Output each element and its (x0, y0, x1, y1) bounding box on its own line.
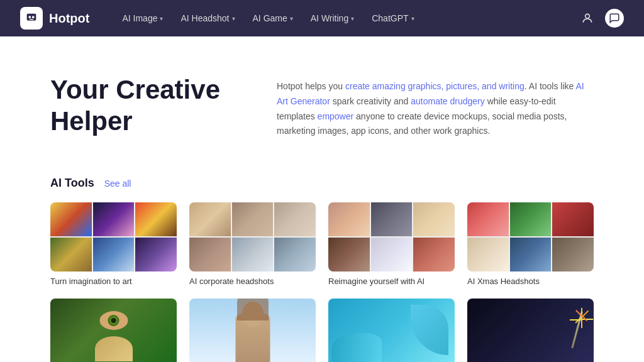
tool-image-grid-headshot (189, 202, 316, 272)
tool-image-grid-xmas (467, 202, 594, 272)
tool-image-cell (467, 202, 509, 236)
navbar: Hotpot AI Image ▾ AI Headshot ▾ AI Game … (0, 0, 644, 36)
hero-left: Your Creative Helper (50, 74, 239, 138)
logo[interactable]: Hotpot (20, 7, 89, 30)
tool-image-cell (552, 202, 594, 236)
tool-image-cell (328, 238, 370, 272)
nav-item-writing-label: AI Writing (311, 13, 348, 23)
tool-image-cell (467, 238, 509, 272)
tool-image-wave (328, 299, 455, 362)
user-icon[interactable] (577, 8, 597, 28)
tool-image-eye (50, 299, 177, 362)
tool-card-art[interactable]: Turn imagination to art (50, 202, 177, 286)
hero-link-empower[interactable]: empower (318, 111, 354, 121)
tool-image-cell (510, 238, 552, 272)
chat-icon[interactable] (605, 9, 624, 28)
hero-link-automate[interactable]: automate drudgery (411, 96, 485, 106)
svg-point-2 (586, 14, 590, 18)
tool-image-cell (510, 202, 552, 236)
tool-card-xmas[interactable]: AI Xmas Headshots (467, 202, 594, 286)
tool-image-cell (552, 238, 594, 272)
hero-title-line1: Your Creative (50, 75, 220, 104)
hero-right: Hotpot helps you create amazing graphics… (277, 74, 594, 139)
tool-image-cell (135, 202, 177, 236)
hero-section: Your Creative Helper Hotpot helps you cr… (0, 36, 644, 177)
tools-grid: Turn imagination to art AI corporate hea… (50, 202, 594, 286)
tool-image-cell (232, 238, 274, 272)
hero-title-line2: Helper (50, 106, 133, 136)
chevron-down-icon: ▾ (411, 15, 414, 22)
tool-card-reimagine[interactable]: Reimagine yourself with AI (328, 202, 455, 286)
tool-image-woman (189, 299, 316, 362)
tool-image-cell (413, 202, 455, 236)
tool-image-cell (189, 202, 231, 236)
tool-image-cell (50, 238, 92, 272)
tool-image-cell (274, 238, 316, 272)
hero-description: Hotpot helps you create amazing graphics… (277, 79, 594, 139)
nav-items: AI Image ▾ AI Headshot ▾ AI Game ▾ AI Wr… (114, 8, 572, 28)
nav-item-game[interactable]: AI Game ▾ (245, 8, 301, 28)
tool-image-cell (189, 238, 231, 272)
nav-item-image-label: AI Image (122, 13, 157, 23)
logo-text: Hotpot (49, 11, 89, 26)
nav-item-chatgpt-label: ChatGPT (372, 13, 408, 23)
nav-item-writing[interactable]: AI Writing ▾ (303, 8, 362, 28)
tool-card-wave[interactable] (328, 299, 455, 362)
tool-card-woman[interactable] (189, 299, 316, 362)
tool-image-cell (274, 202, 316, 236)
tool-label-headshot: AI corporate headshots (189, 277, 316, 286)
chevron-down-icon: ▾ (290, 15, 293, 22)
tool-card-eye[interactable] (50, 299, 177, 362)
nav-item-chatgpt[interactable]: ChatGPT ▾ (364, 8, 421, 28)
chevron-down-icon: ▾ (351, 15, 354, 22)
tool-image-cell (371, 238, 413, 272)
tool-image-grid-reimagine (328, 202, 455, 272)
tool-image-cell (328, 202, 370, 236)
tool-image-cell (135, 238, 177, 272)
chevron-down-icon: ▾ (232, 15, 235, 22)
tool-image-cell (50, 202, 92, 236)
nav-item-game-label: AI Game (253, 13, 287, 23)
svg-point-1 (32, 16, 35, 18)
tool-image-cell (232, 202, 274, 236)
svg-point-0 (28, 16, 31, 18)
tool-image-cell (413, 238, 455, 272)
hero-link-create[interactable]: create amazing graphics, pictures, and w… (345, 81, 525, 91)
tool-card-headshot[interactable]: AI corporate headshots (189, 202, 316, 286)
nav-item-headshot[interactable]: AI Headshot ▾ (173, 8, 242, 28)
nav-item-headshot-label: AI Headshot (180, 13, 229, 23)
tool-card-sparkler[interactable] (467, 299, 594, 362)
tools-grid-bottom (50, 299, 594, 362)
chevron-down-icon: ▾ (160, 15, 163, 22)
tool-image-cell (93, 238, 135, 272)
nav-item-image[interactable]: AI Image ▾ (114, 8, 170, 28)
tool-image-grid-art (50, 202, 177, 272)
tools-title: AI Tools (50, 177, 94, 190)
tool-label-art: Turn imagination to art (50, 277, 177, 286)
nav-right (577, 8, 624, 28)
hero-title: Your Creative Helper (50, 74, 239, 138)
tool-label-reimagine: Reimagine yourself with AI (328, 277, 455, 286)
tool-label-xmas: AI Xmas Headshots (467, 277, 594, 286)
logo-icon (20, 7, 43, 30)
tools-header: AI Tools See all (50, 177, 594, 190)
tool-image-cell (93, 202, 135, 236)
tools-section: AI Tools See all Turn imagination to art (0, 177, 644, 362)
tool-image-sparkler (467, 299, 594, 362)
tool-image-cell (371, 202, 413, 236)
see-all-link[interactable]: See all (104, 178, 131, 189)
